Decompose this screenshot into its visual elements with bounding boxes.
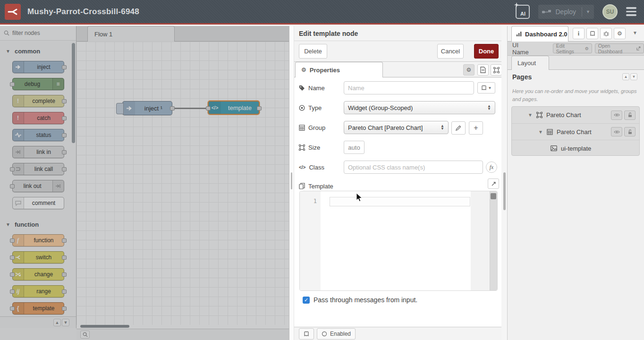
- deploy-options-chevron-icon[interactable]: ▼: [586, 9, 590, 14]
- node-label: catch: [24, 112, 64, 124]
- tab-flow-1[interactable]: Flow 1: [87, 26, 175, 42]
- group-table-icon: [547, 129, 553, 135]
- editor-scrollbar-thumb[interactable]: [491, 193, 496, 199]
- main-menu-button[interactable]: [626, 7, 636, 16]
- input-port: [10, 82, 15, 86]
- palette-node-debug[interactable]: ≡ debug: [12, 78, 64, 90]
- collapse-pages-button[interactable]: ▲: [622, 73, 629, 80]
- open-dashboard-button[interactable]: Open Dashboard: [595, 43, 644, 53]
- visibility-toggle-button[interactable]: [611, 110, 622, 120]
- help-button[interactable]: [586, 28, 598, 39]
- palette-node-switch[interactable]: switch: [12, 251, 64, 264]
- info-button[interactable]: i: [573, 28, 585, 39]
- tree-item-page-pareto-chart[interactable]: ▼ Pareto Chart: [512, 107, 639, 123]
- user-avatar[interactable]: SU: [602, 4, 618, 19]
- output-port[interactable]: [257, 106, 262, 110]
- cancel-button[interactable]: Cancel: [437, 44, 464, 59]
- canvas-horizontal-scrollbar[interactable]: [80, 325, 129, 328]
- tab-dashboard-2[interactable]: Dashboard 2.0: [511, 26, 568, 42]
- appearance-view-button[interactable]: [491, 64, 502, 76]
- palette-node-template[interactable]: { template: [12, 302, 64, 314]
- palette-filter-input[interactable]: [12, 30, 64, 36]
- palette-category-function[interactable]: ▼ function: [0, 214, 76, 234]
- palette-node-link-out[interactable]: link out: [12, 180, 64, 192]
- dialog-scrollbar-thumb[interactable]: [503, 172, 506, 210]
- class-input[interactable]: [344, 161, 483, 174]
- expand-pages-button[interactable]: ▼: [630, 73, 637, 80]
- canvas-node-ui-template[interactable]: </> template: [208, 101, 260, 115]
- wire-inject-to-template[interactable]: [172, 108, 208, 109]
- canvas-footer: [76, 329, 289, 340]
- sidebar-collapse-chevron-icon[interactable]: ▼: [633, 30, 637, 35]
- size-icon: [299, 144, 305, 151]
- tree-item-label: Pareto Chart: [546, 111, 581, 119]
- gear-icon: ⚙: [301, 67, 306, 73]
- inject-trigger-button[interactable]: [116, 103, 124, 114]
- fx-icon: fx: [490, 164, 494, 171]
- tree-item-group-pareto-chart[interactable]: ▼ Pareto Chart: [512, 123, 639, 140]
- editor-gutter: 1: [300, 191, 321, 290]
- document-icon: [480, 67, 486, 73]
- palette-node-link-in[interactable]: link in: [12, 146, 64, 158]
- palette-node-complete[interactable]: ! complete: [12, 95, 64, 107]
- name-input[interactable]: [344, 81, 474, 94]
- collapse-all-button[interactable]: ▲: [53, 319, 61, 326]
- done-button[interactable]: Done: [474, 44, 499, 59]
- catch-exclamation-icon: !: [13, 112, 24, 124]
- output-port: [62, 167, 67, 171]
- class-expression-button[interactable]: fx: [486, 162, 497, 173]
- delete-button[interactable]: Delete: [299, 44, 327, 59]
- node-help-button[interactable]: [299, 328, 314, 340]
- group-select[interactable]: Pareto Chart [Pareto Chart] ▲▼: [344, 121, 449, 134]
- edit-group-button[interactable]: [451, 121, 466, 135]
- debug-button[interactable]: [600, 28, 612, 39]
- node-label: comment: [24, 197, 64, 209]
- ui-name-label: UI Name: [512, 42, 536, 56]
- node-enabled-toggle[interactable]: Enabled: [317, 328, 356, 340]
- lock-toggle-button[interactable]: [624, 110, 636, 120]
- flow-tab-bar: Flow 1: [76, 26, 289, 42]
- settings-button[interactable]: ⚙: [614, 28, 626, 39]
- expand-editor-button[interactable]: [488, 178, 499, 189]
- palette-node-function[interactable]: f function: [12, 234, 64, 246]
- category-label: common: [15, 48, 40, 55]
- tab-layout[interactable]: Layout: [511, 56, 549, 70]
- palette-node-change[interactable]: change: [12, 268, 64, 280]
- select-arrows-icon: ▲▼: [487, 105, 491, 110]
- ai-assistant-button[interactable]: AI: [516, 5, 530, 19]
- add-group-button[interactable]: +: [469, 121, 483, 135]
- type-select[interactable]: Widget (Group-Scoped) ▲▼: [344, 101, 495, 114]
- palette-node-catch[interactable]: ! catch: [12, 112, 64, 124]
- template-code-editor[interactable]: 1: [299, 191, 498, 291]
- input-port[interactable]: [206, 106, 211, 110]
- palette-scrollbar[interactable]: [72, 43, 75, 143]
- expand-all-button[interactable]: ▼: [62, 319, 69, 326]
- chevron-down-icon: ▼: [528, 112, 533, 118]
- edit-settings-button[interactable]: Edit Settings ⚙: [553, 43, 592, 53]
- palette-node-status[interactable]: status: [12, 129, 64, 141]
- flow-canvas[interactable]: inject ¹ </> template: [76, 42, 289, 325]
- palette-category-common[interactable]: ▼ common: [0, 41, 76, 61]
- palette-node-inject[interactable]: inject: [12, 61, 64, 73]
- tree-item-widget-ui-template[interactable]: ui-template: [512, 140, 639, 156]
- visibility-toggle-button[interactable]: [611, 127, 622, 136]
- description-view-button[interactable]: [477, 64, 489, 76]
- deploy-button[interactable]: Deploy ▼: [538, 5, 594, 19]
- palette-node-range[interactable]: ij range: [12, 285, 64, 298]
- dialog-resize-handle[interactable]: [289, 26, 294, 340]
- canvas-search-button[interactable]: [80, 331, 90, 339]
- passthrough-checkbox[interactable]: ✓: [303, 297, 310, 304]
- node-label: template: [24, 303, 64, 314]
- palette-node-comment[interactable]: comment: [12, 197, 64, 209]
- palette-node-link-call[interactable]: link call: [12, 163, 64, 175]
- canvas-node-inject[interactable]: inject ¹: [122, 101, 172, 115]
- lock-toggle-button[interactable]: [624, 127, 636, 136]
- tab-properties[interactable]: ⚙ Properties: [295, 62, 383, 77]
- name-env-dropdown-button[interactable]: ▼: [477, 82, 495, 94]
- properties-view-button[interactable]: ⚙: [463, 64, 475, 76]
- inject-arrow-icon: [13, 61, 24, 73]
- dialog-scrollbar[interactable]: [501, 26, 508, 340]
- output-port[interactable]: [170, 106, 175, 110]
- editor-scrollbar[interactable]: [490, 191, 497, 290]
- size-auto-button[interactable]: auto: [344, 141, 364, 154]
